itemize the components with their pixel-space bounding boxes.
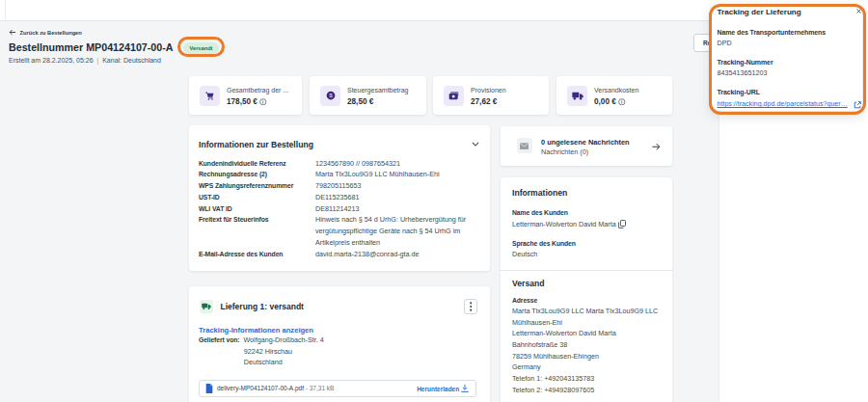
svg-text:$: $ — [329, 92, 333, 98]
